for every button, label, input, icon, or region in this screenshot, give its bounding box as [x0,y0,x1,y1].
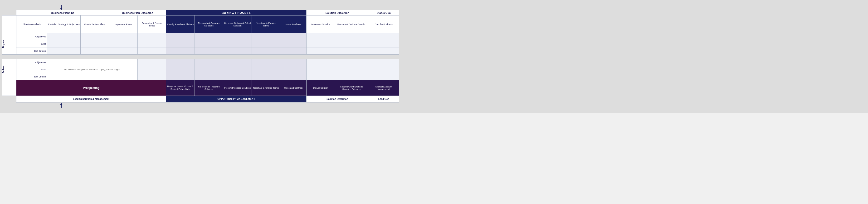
sellers-obj-research [195,59,223,66]
section-biz-plan-exec-header: Business Plan Execution [109,10,166,16]
main-table: Business Planning Business Plan Executio… [2,10,399,102]
buyers-obj-impl-plans [109,33,138,40]
sellers-obj-impl-sol [307,59,335,66]
top-arrow-wrapper [2,5,866,10]
buyers-tasks-encounter [138,40,166,47]
sellers-obj-measure [335,59,368,66]
buyers-tasks-create-tact [81,40,109,47]
buyers-tasks-est-strategy [47,40,81,47]
col-encounter: Encounter & Assess Issues [138,16,166,33]
buyers-tasks-research [195,40,223,47]
buyers-exit-negotiate [252,47,280,55]
sellers-exit-label: Exit Criteria [17,73,47,80]
bottom-up-arrow [57,103,66,108]
buyers-tasks-row: Tasks [2,40,399,47]
col-header-row: Situation Analysis Establish Strategy & … [2,16,399,33]
sellers-exit-impl-sol [307,73,335,80]
sellers-obj-make-purch [280,59,307,66]
col-run-biz: Run the Business [368,16,399,33]
buyers-obj-compare [223,33,252,40]
strategic-account-cell: Strategic Account Management [368,80,399,96]
sellers-exit-make-purch [280,73,307,80]
buyers-tasks-compare [223,40,252,47]
solution-exec-bottom-label: Solution Execution [307,96,368,102]
buyers-obj-measure [335,33,368,40]
buyers-exit-impl-plans [109,47,138,55]
sellers-obj-negotiate [252,59,280,66]
buyers-tasks-make-purch [280,40,307,47]
buyers-exit-impl-sol [307,47,335,55]
section-solution-exec-header: Solution Execution [307,10,368,16]
buyers-tasks-negotiate [252,40,280,47]
buyers-exit-encounter [138,47,166,55]
sellers-tasks-compare [223,66,252,73]
sellers-tasks-ident [166,66,195,73]
buyers-obj-est-strategy [47,33,81,40]
buyers-objectives-label: Objectives [17,33,47,40]
sellers-tasks-measure [335,66,368,73]
sellers-exit-measure [335,73,368,80]
spacer-row [2,55,399,59]
buyers-tasks-impl-plans [109,40,138,47]
col-est-strategy: Establish Strategy & Objectives [47,16,81,33]
sellers-tasks-impl-sol [307,66,335,73]
sellers-obj-compare [223,59,252,66]
buyers-role-label: Buyers [2,40,5,48]
section-buying-process-header: BUYING PROCESS [166,10,307,16]
buyers-exit-research [195,47,223,55]
buyers-obj-encounter [138,33,166,40]
buyers-obj-run-biz [368,33,399,40]
sellers-role-cell: Sellers [2,59,17,80]
sellers-obj-ident [166,59,195,66]
spacer-cell [2,55,399,59]
col-measure: Measure & Evaluate Solution [335,16,368,33]
bottom-labels-row: Lead Generation & Management OPPORTUNITY… [2,96,399,102]
sellers-objectives-label: Objectives [17,59,47,66]
svg-marker-5 [60,103,63,105]
section-business-planning-header: Business Planning [17,10,109,16]
buyers-obj-negotiate [252,33,280,40]
buyers-obj-research [195,33,223,40]
col-ident-possible: Identify Possible Initiatives [166,16,195,33]
page: Business Planning Business Plan Executio… [0,0,868,113]
diagnose-issues-cell: Diagnose Issues: Current & Desired Futur… [166,80,195,96]
sellers-exit-encounter [138,73,166,80]
close-contract-cell: Close and Contract [280,80,307,96]
buyers-tasks-label: Tasks [17,40,47,47]
sellers-exit-negotiate [252,73,280,80]
col-create-tactical: Create Tactical Plans [81,16,109,33]
lead-gen-bottom-label: Lead Gen [368,96,399,102]
sellers-obj-encounter [138,59,166,66]
buyers-exit-run-biz [368,47,399,55]
sellers-tasks-run-biz [368,66,399,73]
prospecting-cell: Prospecting [17,80,166,96]
buyers-exit-compare [223,47,252,55]
sellers-exit-ident [166,73,195,80]
bottom-role-spacer [2,96,17,102]
seller-negotiate-cell: Negotiate & Finalize Terms [252,80,280,96]
buyers-obj-create-tact [81,33,109,40]
buyers-obj-ident [166,33,195,40]
col-make-purchase: Make Purchase [280,16,307,33]
buyers-objectives-row: Buyers Objectives [2,33,399,40]
support-client-cell: Support Client Efforts to Maximize Outco… [335,80,368,96]
section-status-quo-header: Status Quo [368,10,399,16]
buyers-exit-measure [335,47,368,55]
buyers-obj-make-purch [280,33,307,40]
buyers-exit-row: Exit Criteria [2,47,399,55]
buyers-tasks-measure [335,40,368,47]
bottom-arrow-wrapper [2,103,866,108]
col-role-spacer [2,16,17,33]
buyers-exit-make-purch [280,47,307,55]
buyers-exit-create-tact [81,47,109,55]
co-create-cell: Co-create or Prescribe Solutions [195,80,223,96]
sellers-exit-compare [223,73,252,80]
buyers-tasks-run-biz [368,40,399,47]
svg-marker-3 [60,8,63,10]
sellers-tasks-make-purch [280,66,307,73]
section-header-row: Business Planning Business Plan Executio… [2,10,399,16]
buyers-role-cell: Buyers [2,33,17,55]
sellers-exit-research [195,73,223,80]
sellers-note: Not intended to align with the above buy… [47,59,138,80]
col-research: Research & Compare Solutions [195,16,223,33]
